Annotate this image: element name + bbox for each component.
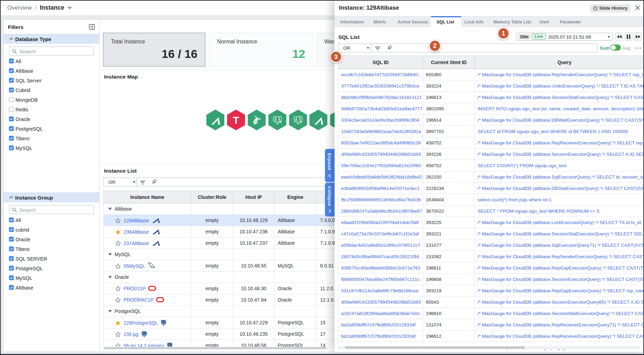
svg-text:T: T: [233, 114, 239, 126]
